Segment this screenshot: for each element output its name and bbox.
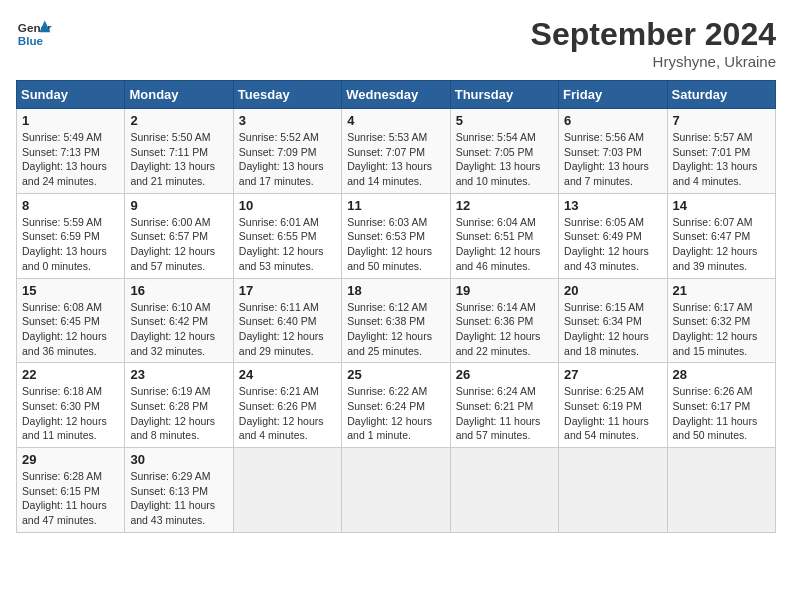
day-number: 16 — [130, 283, 227, 298]
calendar-cell: 4Sunrise: 5:53 AM Sunset: 7:07 PM Daylig… — [342, 109, 450, 194]
day-number: 20 — [564, 283, 661, 298]
page-header: General Blue September 2024 Hryshyne, Uk… — [16, 16, 776, 70]
day-number: 5 — [456, 113, 553, 128]
day-info: Sunrise: 6:11 AM Sunset: 6:40 PM Dayligh… — [239, 300, 336, 359]
calendar-cell: 13Sunrise: 6:05 AM Sunset: 6:49 PM Dayli… — [559, 193, 667, 278]
day-info: Sunrise: 5:52 AM Sunset: 7:09 PM Dayligh… — [239, 130, 336, 189]
day-info: Sunrise: 5:59 AM Sunset: 6:59 PM Dayligh… — [22, 215, 119, 274]
day-number: 6 — [564, 113, 661, 128]
day-info: Sunrise: 6:00 AM Sunset: 6:57 PM Dayligh… — [130, 215, 227, 274]
col-header-saturday: Saturday — [667, 81, 775, 109]
calendar-cell: 15Sunrise: 6:08 AM Sunset: 6:45 PM Dayli… — [17, 278, 125, 363]
calendar-cell: 8Sunrise: 5:59 AM Sunset: 6:59 PM Daylig… — [17, 193, 125, 278]
calendar-cell: 21Sunrise: 6:17 AM Sunset: 6:32 PM Dayli… — [667, 278, 775, 363]
calendar-cell: 23Sunrise: 6:19 AM Sunset: 6:28 PM Dayli… — [125, 363, 233, 448]
day-number: 21 — [673, 283, 770, 298]
calendar-cell: 24Sunrise: 6:21 AM Sunset: 6:26 PM Dayli… — [233, 363, 341, 448]
day-info: Sunrise: 5:49 AM Sunset: 7:13 PM Dayligh… — [22, 130, 119, 189]
day-number: 19 — [456, 283, 553, 298]
calendar-cell: 20Sunrise: 6:15 AM Sunset: 6:34 PM Dayli… — [559, 278, 667, 363]
calendar-cell: 10Sunrise: 6:01 AM Sunset: 6:55 PM Dayli… — [233, 193, 341, 278]
day-number: 18 — [347, 283, 444, 298]
calendar-cell: 18Sunrise: 6:12 AM Sunset: 6:38 PM Dayli… — [342, 278, 450, 363]
calendar-body: 1Sunrise: 5:49 AM Sunset: 7:13 PM Daylig… — [17, 109, 776, 533]
calendar-cell — [559, 448, 667, 533]
day-number: 24 — [239, 367, 336, 382]
day-number: 7 — [673, 113, 770, 128]
day-info: Sunrise: 6:04 AM Sunset: 6:51 PM Dayligh… — [456, 215, 553, 274]
title-block: September 2024 Hryshyne, Ukraine — [531, 16, 776, 70]
day-number: 13 — [564, 198, 661, 213]
calendar-cell — [667, 448, 775, 533]
day-info: Sunrise: 6:08 AM Sunset: 6:45 PM Dayligh… — [22, 300, 119, 359]
day-info: Sunrise: 6:14 AM Sunset: 6:36 PM Dayligh… — [456, 300, 553, 359]
day-number: 28 — [673, 367, 770, 382]
day-number: 12 — [456, 198, 553, 213]
day-info: Sunrise: 5:53 AM Sunset: 7:07 PM Dayligh… — [347, 130, 444, 189]
calendar-cell: 1Sunrise: 5:49 AM Sunset: 7:13 PM Daylig… — [17, 109, 125, 194]
day-info: Sunrise: 6:21 AM Sunset: 6:26 PM Dayligh… — [239, 384, 336, 443]
calendar-cell: 16Sunrise: 6:10 AM Sunset: 6:42 PM Dayli… — [125, 278, 233, 363]
calendar-cell: 27Sunrise: 6:25 AM Sunset: 6:19 PM Dayli… — [559, 363, 667, 448]
day-number: 27 — [564, 367, 661, 382]
day-info: Sunrise: 6:22 AM Sunset: 6:24 PM Dayligh… — [347, 384, 444, 443]
calendar-cell — [450, 448, 558, 533]
calendar-header-row: SundayMondayTuesdayWednesdayThursdayFrid… — [17, 81, 776, 109]
day-number: 10 — [239, 198, 336, 213]
day-info: Sunrise: 6:15 AM Sunset: 6:34 PM Dayligh… — [564, 300, 661, 359]
day-info: Sunrise: 5:56 AM Sunset: 7:03 PM Dayligh… — [564, 130, 661, 189]
svg-text:Blue: Blue — [18, 34, 44, 47]
col-header-thursday: Thursday — [450, 81, 558, 109]
calendar-cell: 2Sunrise: 5:50 AM Sunset: 7:11 PM Daylig… — [125, 109, 233, 194]
calendar-cell: 25Sunrise: 6:22 AM Sunset: 6:24 PM Dayli… — [342, 363, 450, 448]
day-number: 9 — [130, 198, 227, 213]
calendar-cell: 6Sunrise: 5:56 AM Sunset: 7:03 PM Daylig… — [559, 109, 667, 194]
day-info: Sunrise: 6:01 AM Sunset: 6:55 PM Dayligh… — [239, 215, 336, 274]
day-info: Sunrise: 6:18 AM Sunset: 6:30 PM Dayligh… — [22, 384, 119, 443]
calendar-table: SundayMondayTuesdayWednesdayThursdayFrid… — [16, 80, 776, 533]
calendar-cell: 19Sunrise: 6:14 AM Sunset: 6:36 PM Dayli… — [450, 278, 558, 363]
day-info: Sunrise: 6:29 AM Sunset: 6:13 PM Dayligh… — [130, 469, 227, 528]
calendar-week-row: 15Sunrise: 6:08 AM Sunset: 6:45 PM Dayli… — [17, 278, 776, 363]
day-number: 29 — [22, 452, 119, 467]
calendar-cell: 17Sunrise: 6:11 AM Sunset: 6:40 PM Dayli… — [233, 278, 341, 363]
calendar-week-row: 8Sunrise: 5:59 AM Sunset: 6:59 PM Daylig… — [17, 193, 776, 278]
calendar-cell: 28Sunrise: 6:26 AM Sunset: 6:17 PM Dayli… — [667, 363, 775, 448]
location-subtitle: Hryshyne, Ukraine — [531, 53, 776, 70]
calendar-week-row: 1Sunrise: 5:49 AM Sunset: 7:13 PM Daylig… — [17, 109, 776, 194]
day-info: Sunrise: 6:19 AM Sunset: 6:28 PM Dayligh… — [130, 384, 227, 443]
day-number: 22 — [22, 367, 119, 382]
day-info: Sunrise: 5:57 AM Sunset: 7:01 PM Dayligh… — [673, 130, 770, 189]
day-number: 25 — [347, 367, 444, 382]
day-number: 30 — [130, 452, 227, 467]
calendar-cell: 22Sunrise: 6:18 AM Sunset: 6:30 PM Dayli… — [17, 363, 125, 448]
col-header-friday: Friday — [559, 81, 667, 109]
month-title: September 2024 — [531, 16, 776, 53]
calendar-cell: 26Sunrise: 6:24 AM Sunset: 6:21 PM Dayli… — [450, 363, 558, 448]
calendar-cell: 7Sunrise: 5:57 AM Sunset: 7:01 PM Daylig… — [667, 109, 775, 194]
day-number: 15 — [22, 283, 119, 298]
calendar-cell: 14Sunrise: 6:07 AM Sunset: 6:47 PM Dayli… — [667, 193, 775, 278]
day-info: Sunrise: 6:03 AM Sunset: 6:53 PM Dayligh… — [347, 215, 444, 274]
day-info: Sunrise: 5:54 AM Sunset: 7:05 PM Dayligh… — [456, 130, 553, 189]
calendar-cell: 3Sunrise: 5:52 AM Sunset: 7:09 PM Daylig… — [233, 109, 341, 194]
day-info: Sunrise: 6:24 AM Sunset: 6:21 PM Dayligh… — [456, 384, 553, 443]
logo-icon: General Blue — [16, 16, 52, 52]
col-header-wednesday: Wednesday — [342, 81, 450, 109]
calendar-cell — [233, 448, 341, 533]
col-header-sunday: Sunday — [17, 81, 125, 109]
day-number: 4 — [347, 113, 444, 128]
calendar-week-row: 22Sunrise: 6:18 AM Sunset: 6:30 PM Dayli… — [17, 363, 776, 448]
calendar-cell: 29Sunrise: 6:28 AM Sunset: 6:15 PM Dayli… — [17, 448, 125, 533]
calendar-cell: 5Sunrise: 5:54 AM Sunset: 7:05 PM Daylig… — [450, 109, 558, 194]
day-number: 11 — [347, 198, 444, 213]
calendar-cell — [342, 448, 450, 533]
day-info: Sunrise: 6:25 AM Sunset: 6:19 PM Dayligh… — [564, 384, 661, 443]
day-info: Sunrise: 6:28 AM Sunset: 6:15 PM Dayligh… — [22, 469, 119, 528]
col-header-monday: Monday — [125, 81, 233, 109]
calendar-cell: 9Sunrise: 6:00 AM Sunset: 6:57 PM Daylig… — [125, 193, 233, 278]
calendar-cell: 30Sunrise: 6:29 AM Sunset: 6:13 PM Dayli… — [125, 448, 233, 533]
calendar-week-row: 29Sunrise: 6:28 AM Sunset: 6:15 PM Dayli… — [17, 448, 776, 533]
day-number: 23 — [130, 367, 227, 382]
day-number: 14 — [673, 198, 770, 213]
